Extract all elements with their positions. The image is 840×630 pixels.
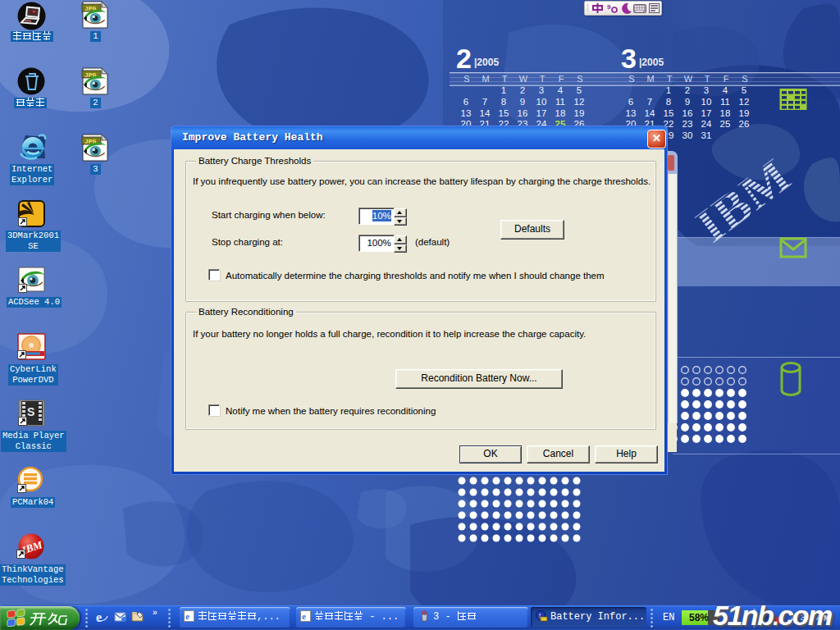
- svg-text:IBM: IBM: [686, 148, 801, 249]
- svg-text:e: e: [96, 610, 102, 624]
- svg-text:e: e: [185, 611, 189, 621]
- svg-text:9: 9: [607, 3, 611, 11]
- svg-text:e: e: [302, 611, 306, 621]
- svg-text:S: S: [27, 405, 34, 418]
